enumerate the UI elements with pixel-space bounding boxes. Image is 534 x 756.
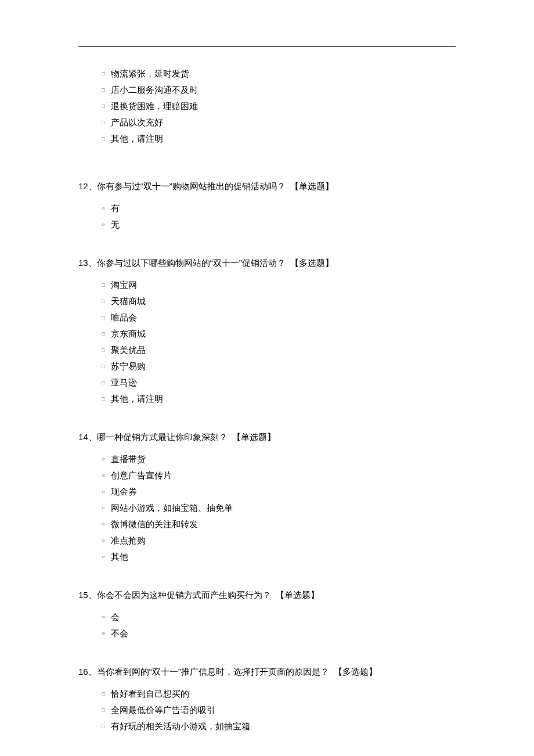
question-tag: 【单选题】 [290,181,334,191]
radio-icon: ○ [102,532,111,549]
question-text: 你参与过以下哪些购物网站的“双十一”促销活动？ [97,258,286,268]
radio-icon: ○ [102,451,111,467]
radio-icon: ○ [102,516,111,532]
option-item: ○ 无 [102,217,456,233]
checkbox-icon: □ [102,326,111,342]
option-label: 退换货困难，理赔困难 [111,98,198,114]
option-label: 恰好看到自己想买的 [111,686,189,702]
option-label: 唯品会 [111,309,137,326]
option-label: 物流紧张，延时发货 [111,66,189,82]
option-label: 直播带货 [111,451,146,467]
question-number: 12、 [78,181,97,191]
option-label: 亚马逊 [111,375,137,391]
checkbox-icon: □ [102,342,111,358]
option-item: □全网最低价等广告语的吸引 [102,702,456,718]
option-item: ○现金券 [102,484,456,500]
option-item: ○ 有 [102,200,456,217]
question-12: 12、你有参与过“双十一”购物网站推出的促销活动吗？【单选题】 ○ 有 ○ 无 [78,179,456,233]
option-label: 现金券 [111,484,137,500]
option-item: □淘宝网 [102,277,456,293]
option-label: 淘宝网 [111,277,137,293]
question-title: 16、当你看到网的“双十一”推广信息时，选择打开页面的原因是？【多选题】 [78,665,456,679]
question-16: 16、当你看到网的“双十一”推广信息时，选择打开页面的原因是？【多选题】 □恰好… [78,665,456,735]
option-item: ○不会 [102,625,456,642]
question-title: 14、哪一种促销方式最让你印象深刻？【单选题】 [78,430,456,444]
question-text: 你有参与过“双十一”购物网站推出的促销活动吗？ [97,181,286,191]
option-label: 天猫商城 [111,293,146,309]
question-tag: 【单选题】 [276,590,319,600]
option-label: 聚美优品 [111,342,146,358]
option-label: 产品以次充好 [111,114,163,131]
residual-options-group: □ 物流紧张，延时发货 □ 店小二服务沟通不及时 □ 退换货困难，理赔困难 □ … [78,66,456,147]
question-tag: 【单选题】 [232,432,276,442]
question-text: 当你看到网的“双十一”推广信息时，选择打开页面的原因是？ [97,667,329,676]
option-label: 微博微信的关注和转发 [111,516,198,532]
header-rule [78,46,456,47]
question-title: 12、你有参与过“双十一”购物网站推出的促销活动吗？【单选题】 [78,179,456,193]
option-item: □亚马逊 [102,375,456,391]
option-item: ○其他 [102,549,456,565]
option-label: 有好玩的相关活动小游戏，如抽宝箱 [111,718,250,735]
checkbox-icon: □ [102,131,111,147]
question-number: 16、 [78,667,97,676]
option-item: □京东商城 [102,326,456,342]
question-14: 14、哪一种促销方式最让你印象深刻？【单选题】 ○直播带货 ○创意广告宣传片 ○… [78,430,456,565]
option-item: □有好玩的相关活动小游戏，如抽宝箱 [102,718,456,735]
checkbox-icon: □ [102,391,111,407]
radio-icon: ○ [102,484,111,500]
option-item: ○网站小游戏，如抽宝箱、抽免单 [102,500,456,516]
checkbox-icon: □ [102,66,111,82]
question-tag: 【多选题】 [334,667,377,676]
option-label: 有 [111,200,120,217]
question-text: 哪一种促销方式最让你印象深刻？ [97,432,228,442]
option-item: □ 退换货困难，理赔困难 [102,98,456,114]
question-tag: 【多选题】 [290,258,334,268]
checkbox-icon: □ [102,686,111,702]
checkbox-icon: □ [102,375,111,391]
option-item: □天猫商城 [102,293,456,309]
radio-icon: ○ [102,200,111,217]
option-item: ○准点抢购 [102,532,456,549]
checkbox-icon: □ [102,309,111,326]
option-item: □ 店小二服务沟通不及时 [102,82,456,98]
radio-icon: ○ [102,217,111,233]
question-text: 你会不会因为这种促销方式而产生购买行为？ [97,590,271,600]
option-label: 店小二服务沟通不及时 [111,82,198,98]
question-title: 15、你会不会因为这种促销方式而产生购买行为？【单选题】 [78,588,456,602]
option-item: □ 产品以次充好 [102,114,456,131]
option-item: ○直播带货 [102,451,456,467]
checkbox-icon: □ [102,277,111,293]
checkbox-icon: □ [102,82,111,98]
question-number: 14、 [78,432,97,442]
option-label: 其他 [111,549,128,565]
radio-icon: ○ [102,500,111,516]
checkbox-icon: □ [102,718,111,735]
option-label: 全网最低价等广告语的吸引 [111,702,215,718]
question-title: 13、你参与过以下哪些购物网站的“双十一”促销活动？【多选题】 [78,256,456,270]
option-item: □苏宁易购 [102,358,456,375]
radio-icon: ○ [102,549,111,565]
checkbox-icon: □ [102,293,111,309]
option-item: ○会 [102,609,456,625]
checkbox-icon: □ [102,358,111,375]
option-item: ○创意广告宣传片 [102,467,456,484]
option-label: 其他，请注明 [111,391,163,407]
option-label: 会 [111,609,120,625]
radio-icon: ○ [102,625,111,642]
document-page: □ 物流紧张，延时发货 □ 店小二服务沟通不及时 □ 退换货困难，理赔困难 □ … [0,0,534,756]
option-label: 创意广告宣传片 [111,467,172,484]
radio-icon: ○ [102,467,111,484]
question-number: 15、 [78,590,97,600]
option-item: □其他，请注明 [102,391,456,407]
checkbox-icon: □ [102,98,111,114]
option-item: □聚美优品 [102,342,456,358]
radio-icon: ○ [102,609,111,625]
option-item: ○微博微信的关注和转发 [102,516,456,532]
question-13: 13、你参与过以下哪些购物网站的“双十一”促销活动？【多选题】 □淘宝网 □天猫… [78,256,456,407]
option-item: □唯品会 [102,309,456,326]
option-label: 无 [111,217,120,233]
option-label: 其他，请注明 [111,131,163,147]
option-label: 准点抢购 [111,532,146,549]
option-label: 苏宁易购 [111,358,146,375]
option-item: □ 物流紧张，延时发货 [102,66,456,82]
